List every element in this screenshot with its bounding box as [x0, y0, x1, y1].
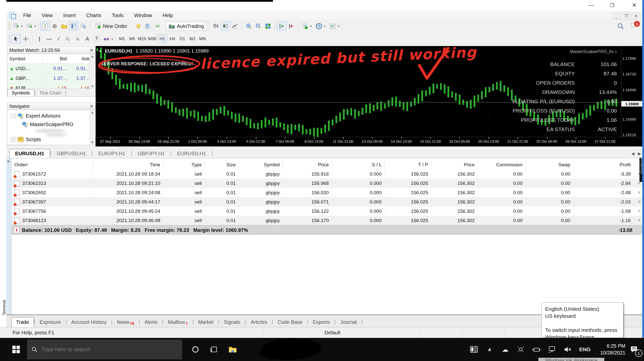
terminal-tab-mailbox[interactable]: Mailbox7 — [163, 317, 192, 327]
chart-tab-3[interactable]: GBPJPY,H1 — [132, 149, 170, 158]
taskbar-search[interactable] — [27, 340, 182, 359]
cortana-button[interactable] — [188, 342, 203, 356]
metaeditor-button[interactable] — [134, 22, 143, 31]
close-order-icon[interactable]: ✕ — [637, 218, 641, 223]
file-explorer-button[interactable] — [226, 342, 240, 356]
data-window-button[interactable]: ⊕ — [50, 22, 59, 31]
toolbar-grip2[interactable] — [9, 35, 10, 43]
onedrive-icon[interactable]: ☁ — [498, 342, 512, 356]
status-profile[interactable]: Default — [325, 330, 340, 336]
market-watch-close-icon[interactable]: ✕ — [90, 48, 93, 53]
orders-column-time[interactable]: Time — [93, 160, 164, 169]
text-tool-button[interactable]: A — [83, 34, 92, 43]
strategy-tester-button[interactable] — [78, 22, 88, 31]
chart-tab-0[interactable]: EURUSD,H1 — [9, 149, 50, 158]
autotrading-button[interactable]: AutoTrading — [166, 21, 207, 31]
order-row[interactable]: 3730623132021.10.28 09:21:10sell0.01gbpj… — [6, 179, 643, 188]
orders-column-sl[interactable]: S / L — [332, 160, 385, 169]
child-minimize-button[interactable]: _ — [612, 13, 621, 20]
child-close-button[interactable]: ✕ — [631, 13, 640, 20]
network-icon[interactable] — [545, 342, 559, 356]
timeframe-m30[interactable]: M30 — [147, 35, 157, 43]
new-chart-caret[interactable]: ▾ — [21, 24, 23, 28]
close-order-icon[interactable]: ✕ — [637, 190, 641, 195]
crosshair-tool-button[interactable] — [21, 34, 30, 43]
periods-caret[interactable]: ▾ — [324, 24, 326, 28]
orders-column-profit[interactable]: Profit — [574, 160, 634, 169]
chart-tab-2[interactable]: EURJPY,H1 — [93, 149, 131, 158]
orders-column-type[interactable]: Type — [164, 160, 205, 169]
zoom-in-button[interactable] — [244, 22, 254, 31]
indicators-button[interactable] — [300, 22, 310, 31]
bar-chart-button[interactable] — [211, 22, 221, 31]
terminal-tab-trade[interactable]: Trade — [11, 317, 34, 327]
timeframe-m5[interactable]: M5 — [127, 35, 137, 43]
chart-dropdown-icon[interactable]: ▼ — [99, 49, 102, 53]
terminal-tab-market[interactable]: Market — [193, 317, 218, 327]
orders-column-swap[interactable]: Swap — [526, 160, 574, 169]
menu-charts[interactable]: Charts — [81, 11, 106, 20]
trendline-tool-button[interactable]: ∕ — [54, 34, 63, 43]
menu-tools[interactable]: Tools — [106, 11, 129, 20]
menu-window[interactable]: Window — [129, 11, 157, 20]
timeframe-h4[interactable]: H4 — [168, 35, 177, 43]
start-button[interactable] — [11, 344, 22, 355]
orders-column-order[interactable]: Order / — [11, 160, 93, 169]
terminal-tab-journal[interactable]: Journal — [336, 317, 361, 327]
timeframe-m1[interactable]: M1 — [117, 35, 127, 43]
terminal-tab-experts[interactable]: Experts — [308, 317, 334, 327]
taskbar-clock[interactable]: 6:25 PM 10/28/2021 — [595, 343, 625, 356]
chart-tab-4[interactable]: EURUSD,H1 — [172, 149, 212, 158]
terminal-tab-alerts[interactable]: Alerts — [140, 317, 162, 327]
order-row[interactable]: 3730615722021.10.28 09:18:34sell0.01gbpj… — [6, 169, 643, 179]
show-hidden-icons-button[interactable]: ∧ — [482, 342, 497, 356]
text-label-tool-button[interactable]: T — [92, 34, 102, 43]
timeframe-mn[interactable]: MN — [198, 35, 207, 43]
auto-scroll-button[interactable] — [277, 22, 287, 31]
task-view-button[interactable] — [207, 342, 221, 356]
arrows-caret[interactable]: ▾ — [111, 37, 113, 41]
menu-file[interactable]: File — [18, 11, 36, 20]
timeframe-w1[interactable]: W1 — [188, 35, 197, 43]
order-row[interactable]: 3730626922021.10.28 09:24:08sell0.01gbpj… — [6, 188, 643, 197]
candlestick-chart-button[interactable] — [221, 22, 230, 31]
terminal-tab-code-base[interactable]: Code Base — [273, 317, 307, 327]
chart-shift-button[interactable] — [287, 22, 296, 31]
timeframe-h1[interactable]: H1 — [157, 35, 167, 43]
battery-icon[interactable] — [529, 342, 543, 356]
order-row[interactable]: 3730677562021.10.28 09:45:24sell0.01gbpj… — [6, 207, 643, 216]
new-order-button[interactable]: New Order — [92, 21, 130, 31]
order-row[interactable]: 3730681232021.10.28 09:46:48sell0.01gbpj… — [6, 216, 643, 225]
terminal-tab-exposure[interactable]: Exposure — [35, 317, 66, 327]
signals-broadcast-button[interactable] — [153, 22, 162, 31]
periods-button[interactable] — [314, 22, 324, 31]
terminal-panel-button[interactable] — [69, 22, 78, 31]
vertical-line-tool-button[interactable]: | — [35, 34, 44, 43]
templates-button[interactable] — [328, 22, 338, 31]
arrows-tool-button[interactable]: ◆◆ — [102, 34, 111, 43]
zoom-out-button[interactable] — [254, 22, 263, 31]
orders-column-commission[interactable]: Commission — [478, 160, 526, 169]
news-widget-button[interactable] — [467, 342, 481, 356]
child-restore-button[interactable]: ❐ — [622, 13, 631, 20]
language-indicator[interactable]: ENG — [576, 342, 594, 356]
fibonacci-tool-button[interactable]: ≡F — [73, 34, 83, 43]
orders-column-size[interactable]: Size — [205, 160, 239, 169]
market-watch-titlebar[interactable]: Market Watch: 13:25:56 ✕ — [7, 47, 95, 54]
screen-recorder-icon[interactable] — [514, 342, 528, 356]
equidistant-channel-tool-button[interactable]: ∕∕E — [63, 34, 73, 43]
orders-column-symbol[interactable]: Symbol — [239, 160, 283, 169]
indicators-caret[interactable]: ▾ — [310, 24, 312, 28]
tile-windows-button[interactable] — [263, 22, 273, 31]
window-close-button[interactable]: ✕ — [628, 2, 640, 9]
window-minimize-button[interactable]: — — [585, 2, 597, 9]
search-icon[interactable] — [617, 23, 624, 29]
market-watch-button[interactable] — [40, 22, 50, 31]
search-input[interactable] — [41, 346, 163, 353]
toolbar-grip[interactable] — [9, 22, 10, 30]
menu-help[interactable]: Help — [157, 11, 178, 20]
chart-tabs-scroll-right-icon[interactable]: ▶ — [638, 151, 641, 156]
terminal-tab-account-history[interactable]: Account History — [67, 317, 111, 327]
terminal-tab-news[interactable]: News78 — [112, 317, 139, 327]
terminal-close-icon[interactable]: ✕ — [7, 159, 10, 164]
